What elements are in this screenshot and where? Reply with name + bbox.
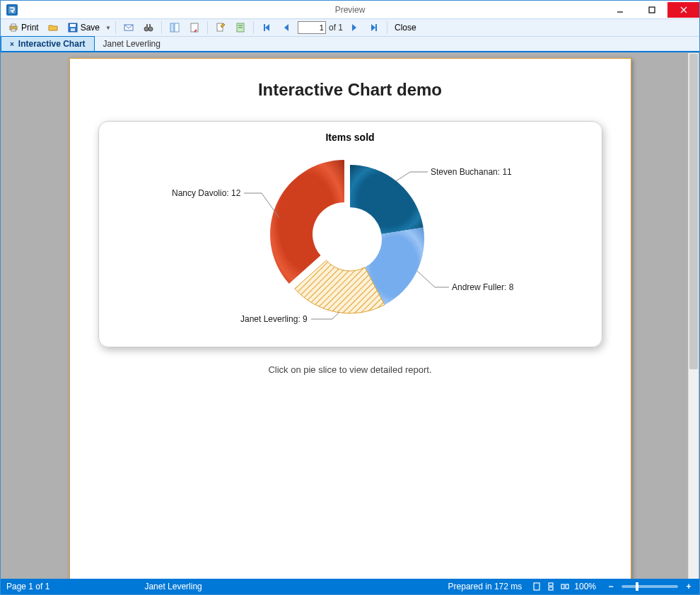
prev-page-button[interactable] <box>278 21 295 35</box>
maximize-button[interactable] <box>636 2 667 18</box>
print-label: Print <box>21 23 39 33</box>
svg-rect-26 <box>549 583 553 586</box>
view-single-page-icon[interactable] <box>532 582 542 591</box>
binoculars-icon <box>143 22 154 33</box>
svg-rect-2 <box>649 7 655 13</box>
donut-chart: Steven Buchanan: 11 Andrew Fuller: 8 Jan… <box>117 147 583 331</box>
save-label: Save <box>81 23 100 33</box>
status-page: Page 1 of 1 <box>6 582 49 591</box>
chart-title: Items sold <box>113 132 588 143</box>
zoom-value: 100% <box>574 582 596 591</box>
vertical-scrollbar[interactable] <box>688 53 699 579</box>
next-page-icon <box>349 22 360 33</box>
save-icon <box>67 22 78 33</box>
tabbar: × Interactive Chart Janet Leverling <box>1 37 699 52</box>
svg-rect-6 <box>11 24 16 26</box>
print-icon <box>8 22 19 33</box>
toolbar: Print Save ▼ of 1 Close <box>1 18 699 37</box>
svg-rect-14 <box>146 24 148 28</box>
tab-label: Janet Leverling <box>103 39 161 49</box>
save-dropdown-arrow-icon[interactable]: ▼ <box>105 25 111 31</box>
email-button[interactable] <box>120 21 137 35</box>
label-fuller: Andrew Fuller: 8 <box>452 282 514 292</box>
separator <box>387 21 387 34</box>
watermark-icon <box>235 22 246 33</box>
separator <box>253 21 254 34</box>
status-detail: Janet Leverling <box>144 582 202 591</box>
close-preview-button[interactable]: Close <box>392 21 419 34</box>
tab-close-icon[interactable]: × <box>10 40 14 48</box>
zoom-control: − + <box>606 582 694 591</box>
titlebar: Preview <box>1 1 699 18</box>
last-page-button[interactable] <box>366 21 383 35</box>
view-multipage-icon[interactable] <box>560 582 570 591</box>
page-setup-icon <box>189 22 200 33</box>
label-buchanan: Steven Buchanan: 11 <box>431 167 512 177</box>
page-number-input[interactable] <box>298 21 326 34</box>
folder-open-icon <box>47 22 59 33</box>
svg-rect-9 <box>70 24 76 27</box>
print-button[interactable]: Print <box>5 21 42 35</box>
svg-rect-27 <box>549 587 553 590</box>
view-continuous-icon[interactable] <box>546 582 556 591</box>
save-button[interactable]: Save <box>64 21 103 35</box>
statusbar: Page 1 of 1 Janet Leverling Prepared in … <box>1 579 699 594</box>
separator <box>207 21 208 34</box>
svg-rect-15 <box>149 24 151 28</box>
chart-frame: Items sold <box>98 121 602 347</box>
close-window-button[interactable] <box>667 2 699 18</box>
next-page-button[interactable] <box>346 21 363 35</box>
status-prepared: Prepared in 172 ms <box>448 582 523 591</box>
svg-rect-29 <box>566 584 568 589</box>
zoom-slider-thumb[interactable] <box>636 582 638 591</box>
close-preview-label: Close <box>395 23 416 33</box>
svg-rect-25 <box>534 583 539 590</box>
window-title: Preview <box>335 5 366 15</box>
slice-buchanan[interactable] <box>350 165 424 234</box>
scrollbar-thumb[interactable] <box>689 54 698 369</box>
open-button[interactable] <box>45 21 62 35</box>
first-page-icon <box>261 22 272 33</box>
report-page: Interactive Chart demo Items sold <box>69 58 631 580</box>
outline-icon <box>169 22 180 33</box>
find-button[interactable] <box>140 21 157 35</box>
svg-rect-18 <box>191 23 198 32</box>
label-davolio: Nancy Davolio: 12 <box>172 188 241 198</box>
zoom-slider[interactable] <box>622 585 678 588</box>
report-title: Interactive Chart demo <box>98 80 602 100</box>
separator <box>161 21 162 34</box>
edit-icon <box>215 22 226 33</box>
window-buttons <box>604 2 699 18</box>
preview-viewport[interactable]: Interactive Chart demo Items sold <box>1 52 699 580</box>
first-page-button[interactable] <box>258 21 275 35</box>
zoom-out-button[interactable]: − <box>606 582 616 591</box>
chart-hint: Click on pie slice to view detailed repo… <box>98 364 602 375</box>
minimize-button[interactable] <box>604 2 636 18</box>
email-icon <box>123 22 134 33</box>
separator <box>115 21 116 34</box>
page-of-text: of 1 <box>329 23 343 33</box>
slice-davolio[interactable] <box>270 160 344 284</box>
tab-interactive-chart[interactable]: × Interactive Chart <box>1 36 95 51</box>
label-leverling: Janet Leverling: 9 <box>240 314 308 324</box>
tab-label: Interactive Chart <box>18 39 86 49</box>
svg-rect-7 <box>11 29 16 31</box>
zoom-in-button[interactable]: + <box>684 582 694 591</box>
page-setup-button[interactable] <box>186 21 203 35</box>
watermark-button[interactable] <box>232 21 249 35</box>
outline-button[interactable] <box>166 21 183 35</box>
tab-janet-leverling[interactable]: Janet Leverling <box>95 37 169 51</box>
svg-rect-16 <box>170 23 174 32</box>
svg-rect-17 <box>175 23 179 32</box>
svg-rect-10 <box>71 28 75 31</box>
last-page-icon <box>368 22 380 33</box>
edit-button[interactable] <box>212 21 229 35</box>
app-icon <box>6 4 18 16</box>
svg-rect-28 <box>561 584 564 589</box>
prev-page-icon <box>281 22 292 33</box>
